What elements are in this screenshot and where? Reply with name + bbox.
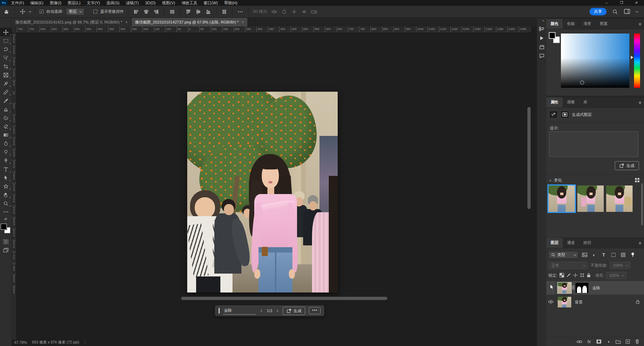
restore-button[interactable]: ❐ [614, 0, 629, 6]
tab-swatches[interactable]: 色板 [563, 19, 579, 29]
path-selection-tool[interactable] [0, 173, 12, 182]
tab-color[interactable]: 颜色 [546, 19, 563, 29]
layer-row-background[interactable]: 背景 [546, 295, 644, 309]
brush-tool[interactable] [0, 96, 12, 105]
variations-chevron[interactable]: ∨ [549, 179, 552, 182]
taskbar-grip[interactable] [219, 308, 220, 314]
layer-row-remove[interactable]: 去除 [546, 281, 644, 295]
generate-button[interactable]: 生成 [615, 161, 639, 170]
history-brush-tool[interactable] [0, 113, 12, 122]
object-selection-tool[interactable] [0, 54, 12, 62]
tab-gradients[interactable]: 渐变 [579, 19, 596, 29]
layer-name[interactable]: 去除 [592, 285, 600, 291]
menu-item[interactable]: 编辑(E) [27, 0, 47, 6]
search-icon[interactable] [612, 8, 619, 15]
mask-link-icon[interactable] [572, 285, 574, 291]
tab-properties[interactable]: 属性 [546, 97, 563, 107]
prompt-textarea[interactable] [549, 131, 638, 157]
fill-value[interactable]: 100% [606, 272, 627, 279]
menu-item[interactable]: 滤镜(T) [123, 0, 142, 6]
libraries-panel-icon[interactable] [537, 42, 547, 51]
color-field-marker[interactable] [580, 81, 584, 85]
menu-item[interactable]: 图像(I) [47, 0, 65, 6]
layer-thumbnail[interactable] [558, 297, 571, 307]
lock-transparency-icon[interactable] [559, 273, 564, 278]
layer-filter-dropdown[interactable]: 类型 [548, 251, 578, 259]
crop-tool[interactable] [0, 62, 12, 71]
menu-item[interactable]: 文件(F) [8, 0, 27, 6]
foreground-color-swatch[interactable] [549, 32, 556, 39]
document-tab-1[interactable]: 微信截图_20231010141421.png @ 66.7% (图层 0, R… [12, 18, 132, 26]
eyedropper-tool[interactable] [0, 79, 12, 88]
variation-thumbnail-1[interactable] [548, 185, 575, 212]
eraser-tool[interactable] [0, 122, 12, 131]
color-swatches[interactable] [0, 223, 11, 235]
workspace-icon[interactable] [624, 8, 631, 15]
3d-orbit-icon[interactable] [271, 8, 278, 15]
frame-tool[interactable] [0, 71, 12, 79]
filter-adjustment-icon[interactable]: ◐ [591, 252, 598, 258]
adjustment-layer-icon[interactable]: ◑ [604, 338, 612, 345]
opacity-value[interactable]: 100% [610, 262, 630, 269]
type-tool[interactable] [0, 165, 12, 173]
move-tool[interactable] [0, 28, 12, 36]
tab-patterns[interactable]: 图案 [596, 19, 612, 29]
panel-menu-icon[interactable]: ≡ [636, 98, 644, 107]
menu-item[interactable]: 图层(L) [65, 0, 83, 6]
lock-position-icon[interactable] [573, 273, 578, 278]
menu-item[interactable]: 窗口(W) [200, 0, 221, 6]
menu-item[interactable]: 帮助(H) [221, 0, 241, 6]
color-field[interactable] [561, 34, 629, 88]
filter-type-icon[interactable]: T [600, 252, 607, 258]
clone-stamp-tool[interactable] [0, 105, 12, 113]
menu-item[interactable]: 视图(V) [159, 0, 178, 6]
move-preset-chevron[interactable] [29, 10, 31, 12]
prev-variation-button[interactable]: ‹ [260, 308, 263, 313]
hue-slider[interactable] [634, 34, 640, 88]
workspace-chevron[interactable] [636, 10, 638, 12]
3d-slide-icon[interactable] [301, 8, 308, 15]
menu-item[interactable]: 选择(S) [103, 0, 123, 6]
new-layer-icon[interactable] [624, 338, 632, 345]
layer-effects-icon[interactable]: fx [585, 338, 593, 345]
more-options-icon[interactable] [237, 8, 244, 15]
vertical-scrollbar[interactable] [527, 107, 531, 209]
hand-tool[interactable] [0, 190, 12, 199]
align-bottom-icon[interactable] [205, 8, 212, 15]
tab-close-icon[interactable]: × [126, 20, 128, 24]
foreground-color-swatch[interactable] [1, 224, 7, 230]
3d-roll-icon[interactable] [281, 8, 288, 15]
new-group-icon[interactable] [614, 338, 622, 345]
layer-name[interactable]: 背景 [575, 300, 583, 305]
align-right-icon[interactable] [153, 8, 160, 15]
zoom-level[interactable]: 67.78% [14, 340, 27, 345]
menu-item[interactable]: 文字(Y) [84, 0, 103, 6]
distribute-h-icon[interactable] [169, 8, 176, 15]
layer-thumbnail[interactable] [558, 283, 571, 293]
move-tool-icon[interactable] [19, 8, 26, 15]
3d-camera-icon[interactable] [311, 8, 318, 15]
blend-mode-dropdown[interactable]: 正常 [548, 262, 588, 269]
panel-menu-icon[interactable]: ≡ [636, 239, 644, 248]
blur-tool[interactable] [0, 139, 12, 148]
align-center-h-icon[interactable] [143, 8, 150, 15]
share-button[interactable]: 共享 [589, 8, 607, 15]
marquee-tool[interactable] [0, 36, 12, 45]
canvas-area[interactable]: 去除 ‹ 1/3 › 生成 ••• [16, 33, 531, 340]
lock-all-icon[interactable] [587, 273, 591, 278]
minimize-button[interactable]: – [599, 0, 614, 6]
prompt-field[interactable]: 去除 [223, 307, 256, 315]
distribute-v-icon[interactable] [221, 8, 228, 15]
zoom-tool[interactable] [0, 199, 12, 208]
generate-button[interactable]: 生成 [283, 307, 305, 315]
variation-thumbnail-2[interactable] [577, 185, 604, 212]
filter-pin-icon[interactable] [629, 252, 636, 258]
tab-adjustments[interactable]: 调整 [563, 97, 579, 107]
quick-mask-icon[interactable] [0, 237, 12, 246]
tab-channels[interactable]: 通道 [563, 238, 579, 248]
align-left-icon[interactable] [133, 8, 140, 15]
properties-scrollbar[interactable] [641, 183, 643, 225]
show-transform-checkbox[interactable] [93, 10, 97, 14]
align-top-icon[interactable] [185, 8, 192, 15]
grid-view-icon[interactable] [635, 178, 640, 183]
